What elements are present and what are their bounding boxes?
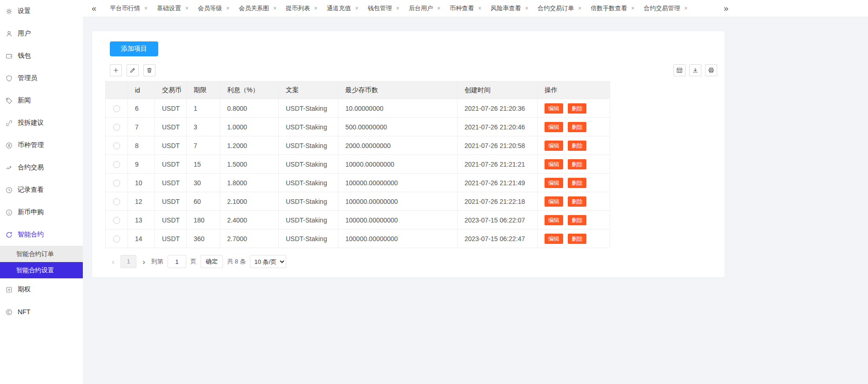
tab-close-icon[interactable]: ×: [437, 6, 440, 11]
row-radio[interactable]: [113, 161, 120, 168]
edit-button[interactable]: 编辑: [545, 196, 563, 207]
export-button[interactable]: [689, 64, 701, 76]
delete-button[interactable]: 删除: [568, 196, 586, 207]
tab-item-2[interactable]: 会员等级×: [193, 0, 234, 17]
edit-button[interactable]: 编辑: [545, 122, 563, 132]
cell-text: USDT-Staking: [279, 136, 338, 155]
sidebar-item-label: 管理员: [18, 74, 37, 82]
tab-close-icon[interactable]: ×: [396, 6, 399, 11]
goto-page-input[interactable]: [168, 255, 186, 268]
cell-created: 2023-07-15 06:22:47: [458, 229, 538, 248]
row-radio[interactable]: [113, 236, 120, 243]
cell-term: 15: [187, 155, 220, 174]
tab-item-3[interactable]: 会员关系图×: [234, 0, 281, 17]
sidebar-item-nft[interactable]: NFT: [0, 301, 83, 323]
tab-close-icon[interactable]: ×: [684, 6, 687, 11]
sidebar-item-settings[interactable]: 设置: [0, 0, 83, 22]
tab-item-12[interactable]: 合约交易管理×: [639, 0, 692, 17]
tab-close-icon[interactable]: ×: [226, 6, 229, 11]
tab-item-4[interactable]: 提币列表×: [281, 0, 322, 17]
clock-icon: [6, 187, 13, 194]
delete-button[interactable]: 删除: [568, 159, 586, 169]
print-button[interactable]: [705, 64, 717, 76]
data-table: id交易币期限利息（%）文案最少存币数创建时间操作 6USDT10.8000US…: [105, 81, 610, 248]
tab-close-icon[interactable]: ×: [144, 6, 148, 11]
sidebar-item-admins[interactable]: 管理员: [0, 67, 83, 89]
tab-item-8[interactable]: 币种查看×: [445, 0, 486, 17]
sidebar-item-record-view[interactable]: 记录查看: [0, 179, 83, 201]
tab-item-10[interactable]: 合约交易订单×: [533, 0, 586, 17]
columns-button[interactable]: [673, 64, 686, 76]
tab-close-icon[interactable]: ×: [355, 6, 358, 11]
sidebar-item-wallet[interactable]: 钱包: [0, 45, 83, 67]
tab-close-icon[interactable]: ×: [525, 6, 528, 11]
main-area: « 平台币行情×基础设置×会员等级×会员关系图×提币列表×通道充值×钱包管理×后…: [83, 0, 868, 384]
plus-button[interactable]: [110, 64, 122, 76]
page-size-select[interactable]: 10 条/页: [250, 255, 286, 268]
cell-ops: 编辑删除: [538, 155, 610, 174]
cell-created: 2021-07-26 21:20:46: [458, 118, 538, 136]
delete-button[interactable]: 删除: [568, 234, 586, 244]
row-radio[interactable]: [113, 142, 120, 149]
sidebar-subitem-smart-contract-orders[interactable]: 智能合约订单: [0, 246, 83, 262]
sidebar-item-contract-trade[interactable]: 合约交易: [0, 156, 83, 179]
edit-button[interactable]: 编辑: [545, 234, 563, 244]
row-radio[interactable]: [113, 217, 120, 224]
sidebar-subitem-smart-contract-settings[interactable]: 智能合约设置: [0, 262, 83, 278]
trash-button[interactable]: [143, 64, 155, 76]
tab-close-icon[interactable]: ×: [273, 6, 276, 11]
tab-item-11[interactable]: 倍数手数查看×: [586, 0, 639, 17]
row-radio[interactable]: [113, 105, 120, 112]
edit-button[interactable]: 编辑: [545, 103, 563, 114]
page-next-icon[interactable]: ›: [141, 258, 147, 266]
delete-button[interactable]: 删除: [568, 215, 586, 225]
add-project-button[interactable]: 添加项目: [110, 41, 158, 56]
cell-select: [106, 174, 128, 192]
tabs-scroll-left-icon[interactable]: «: [89, 4, 99, 13]
table-header-row: id交易币期限利息（%）文案最少存币数创建时间操作: [106, 81, 610, 99]
tab-close-icon[interactable]: ×: [185, 6, 188, 11]
tab-close-icon[interactable]: ×: [314, 6, 317, 11]
row-radio[interactable]: [113, 180, 120, 187]
cell-id: 14: [128, 229, 155, 248]
delete-button[interactable]: 删除: [568, 122, 586, 132]
edit-button[interactable]: 编辑: [545, 159, 563, 169]
row-radio[interactable]: [113, 124, 120, 131]
tab-item-1[interactable]: 基础设置×: [152, 0, 193, 17]
goto-confirm-button[interactable]: 确定: [201, 255, 223, 268]
tab-item-7[interactable]: 后台用户×: [404, 0, 445, 17]
sidebar-item-users[interactable]: 用户: [0, 22, 83, 45]
edit-button[interactable]: 编辑: [545, 215, 563, 225]
sidebar-item-news[interactable]: 新闻: [0, 89, 83, 112]
total-count-label: 共 8 条: [227, 257, 246, 266]
tab-close-icon[interactable]: ×: [578, 6, 581, 11]
wallet-icon: [6, 53, 13, 60]
cell-select: [106, 211, 128, 229]
delete-button[interactable]: 删除: [568, 103, 586, 114]
tabs-scroll-right-icon[interactable]: »: [721, 4, 731, 13]
delete-button[interactable]: 删除: [568, 141, 586, 151]
edit-button[interactable]: 编辑: [545, 178, 563, 188]
sidebar-item-new-coin[interactable]: 新币申购: [0, 201, 83, 223]
tab-item-0[interactable]: 平台币行情×: [105, 0, 152, 17]
tab-item-5[interactable]: 通道充值×: [322, 0, 363, 17]
sidebar-item-suggestions[interactable]: 投拆建议: [0, 112, 83, 134]
tab-item-9[interactable]: 风险率查看×: [486, 0, 533, 17]
page-prev-icon[interactable]: ‹: [110, 258, 116, 266]
edit-button[interactable]: 编辑: [545, 141, 563, 151]
cell-created: 2023-07-15 06:22:07: [458, 211, 538, 229]
tab-close-icon[interactable]: ×: [631, 6, 634, 11]
cell-min: 10.00000000: [338, 99, 458, 118]
row-radio[interactable]: [113, 198, 120, 205]
sidebar-item-smart-contract[interactable]: 智能合约: [0, 223, 83, 246]
sidebar-item-options[interactable]: 期权: [0, 278, 83, 301]
delete-button[interactable]: 删除: [568, 178, 586, 188]
table-body: 6USDT10.8000USDT-Staking10.000000002021-…: [106, 99, 610, 248]
tab-close-icon[interactable]: ×: [478, 6, 481, 11]
pencil-button[interactable]: [127, 64, 139, 76]
sidebar-item-label: 投拆建议: [18, 119, 44, 127]
tab-item-6[interactable]: 钱包管理×: [363, 0, 404, 17]
header-cell-select: [106, 81, 128, 99]
app-root: 设置用户钱包管理员新闻投拆建议币种管理合约交易记录查看新币申购智能合约智能合约订…: [0, 0, 868, 384]
sidebar-item-coin-manage[interactable]: 币种管理: [0, 134, 83, 156]
